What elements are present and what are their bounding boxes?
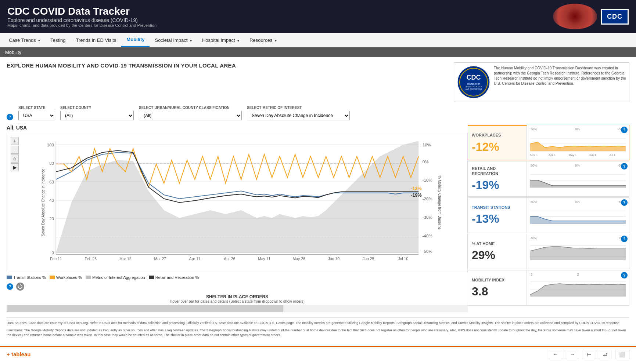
metric-row-athome: % AT HOME 29% ? 40%20% bbox=[468, 234, 629, 269]
legend-transit: Transit Stations % bbox=[7, 275, 46, 280]
svg-text:10%: 10% bbox=[423, 143, 431, 147]
chevron-down-icon-3: ▾ bbox=[237, 39, 239, 43]
mini-chart-athome-svg bbox=[529, 240, 627, 266]
svg-text:May 1: May 1 bbox=[569, 153, 577, 157]
athome-y-labels: 40%20% bbox=[529, 236, 627, 240]
header-branding: CDC COVID Data Tracker Explore and under… bbox=[7, 6, 157, 28]
metric-chart-mobility: ? 321 bbox=[527, 270, 629, 305]
legend-label-retail: Retail and Recreation % bbox=[155, 275, 199, 280]
metric-chart-retail: ? 50%0%-50% bbox=[527, 161, 629, 196]
legend-label-aggregation: Metric of Interest Aggregation bbox=[92, 275, 145, 280]
urban-selector-group: SELECT URBAN/RURAL COUNTY CLASSIFICATION… bbox=[139, 106, 242, 120]
metric-chart-athome: ? 40%20% bbox=[527, 234, 629, 269]
help-icon-athome[interactable]: ? bbox=[621, 236, 628, 242]
metric-value-workplaces: -12% bbox=[472, 140, 523, 154]
footer-forward-button[interactable]: → bbox=[566, 350, 579, 359]
help-icon-retail[interactable]: ? bbox=[621, 163, 628, 170]
state-select[interactable]: USA bbox=[18, 111, 55, 120]
svg-text:-30%: -30% bbox=[423, 215, 432, 219]
metric-card-workplaces: WORKPLACES -12% bbox=[468, 125, 527, 160]
tick-2: 2 bbox=[577, 273, 579, 276]
footer-back-button[interactable]: ← bbox=[549, 350, 562, 359]
urban-select[interactable]: (All) bbox=[139, 111, 242, 120]
nav-trends-ed[interactable]: Trends in ED Visits bbox=[71, 34, 122, 47]
expand-button[interactable]: ▶ bbox=[11, 163, 19, 171]
metric-card-transit: TRANSIT STATIONS -13% bbox=[468, 198, 527, 233]
metric-card-athome: % AT HOME 29% bbox=[468, 234, 527, 269]
retail-y-labels: 50%0%-50% bbox=[529, 164, 627, 167]
nav-mobility[interactable]: Mobility bbox=[121, 33, 150, 47]
svg-text:-19%: -19% bbox=[411, 193, 421, 198]
zoom-out-button[interactable]: − bbox=[11, 146, 19, 154]
svg-text:40: 40 bbox=[49, 198, 54, 203]
help-icon-mobility[interactable]: ? bbox=[621, 272, 628, 279]
metric-select[interactable]: Seven Day Absolute Change in Incidence bbox=[247, 111, 350, 120]
svg-text:DISEASE CONTROL: DISEASE CONTROL bbox=[465, 85, 482, 88]
shelter-title: SHELTER IN PLACE ORDERS bbox=[7, 294, 468, 299]
help-icon-transit[interactable]: ? bbox=[621, 199, 628, 206]
workplaces-y-ticks: 50% 0% -50% bbox=[529, 127, 627, 131]
legend-color-workplaces bbox=[50, 276, 55, 279]
footer-fullscreen-button[interactable]: ⬜ bbox=[615, 350, 629, 359]
metric-card-retail: RETAIL AND RECREATION -19% bbox=[468, 161, 527, 196]
svg-text:60: 60 bbox=[49, 180, 54, 184]
limitations-text: Limitations: The Google Mobility Reports… bbox=[7, 328, 629, 338]
svg-text:-40%: -40% bbox=[423, 234, 432, 238]
svg-text:20: 20 bbox=[49, 216, 54, 221]
metric-label-retail: RETAIL AND RECREATION bbox=[472, 166, 523, 176]
mini-chart-mobility-svg bbox=[529, 276, 627, 302]
page-footer: + tableau ← → ⊢ ⇄ ⬜ bbox=[0, 346, 636, 362]
nav-societal[interactable]: Societal Impact ▾ bbox=[150, 34, 197, 47]
transit-y-labels: 50%0%-50% bbox=[529, 200, 627, 204]
svg-text:-10%: -10% bbox=[423, 178, 432, 182]
county-select[interactable]: (All) bbox=[60, 111, 134, 120]
help-icon-main[interactable]: ? bbox=[7, 114, 13, 120]
y2-axis-label: % Mobility Change from Baseline bbox=[438, 175, 442, 229]
svg-text:100: 100 bbox=[47, 143, 54, 147]
navigation: Case Trends ▾ Testing Trends in ED Visit… bbox=[0, 33, 636, 47]
shelter-bar-fill bbox=[7, 305, 283, 312]
tick-0: 0% bbox=[575, 127, 580, 131]
tick-50: 50% bbox=[531, 127, 537, 131]
svg-text:Jun 10: Jun 10 bbox=[328, 257, 339, 261]
metric-row-retail: RETAIL AND RECREATION -19% ? 50%0%-50% bbox=[468, 161, 629, 197]
zoom-in-button[interactable]: + bbox=[11, 137, 19, 145]
metric-label-athome: % AT HOME bbox=[472, 241, 523, 246]
nav-testing[interactable]: Testing bbox=[45, 34, 71, 47]
svg-text:AND PREVENTION: AND PREVENTION bbox=[466, 88, 482, 90]
main-content: EXPLORE HUMAN MOBILITY AND COVID-19 TRAN… bbox=[0, 57, 636, 343]
footer-share-button[interactable]: ⇄ bbox=[599, 350, 611, 359]
metric-row-workplaces: WORKPLACES -12% ? 50% 0% -50% bbox=[468, 125, 629, 160]
chevron-down-icon-2: ▾ bbox=[190, 39, 192, 43]
nav-case-trends[interactable]: Case Trends ▾ bbox=[4, 34, 45, 47]
tableau-logo: + tableau bbox=[7, 351, 30, 357]
svg-text:80: 80 bbox=[49, 161, 54, 165]
breadcrumb: Mobility bbox=[0, 47, 636, 57]
virus-image bbox=[553, 4, 597, 29]
page-title: EXPLORE HUMAN MOBILITY AND COVID-19 TRAN… bbox=[7, 62, 236, 69]
refresh-icon[interactable] bbox=[16, 283, 24, 291]
svg-text:Apr 11: Apr 11 bbox=[189, 257, 201, 261]
page-header: CDC COVID Data Tracker Explore and under… bbox=[0, 0, 636, 33]
chevron-down-icon-4: ▾ bbox=[275, 39, 277, 43]
footer-home-button[interactable]: ⊢ bbox=[583, 350, 595, 359]
svg-text:-20%: -20% bbox=[423, 197, 432, 201]
help-icon-workplaces[interactable]: ? bbox=[621, 127, 628, 133]
nav-resources[interactable]: Resources ▾ bbox=[244, 34, 282, 47]
svg-text:Feb 26: Feb 26 bbox=[85, 257, 97, 261]
site-title: CDC COVID Data Tracker bbox=[7, 6, 157, 17]
county-selector-group: SELECT COUNTY (All) bbox=[60, 106, 134, 120]
metric-value-mobility: 3.8 bbox=[472, 285, 523, 298]
metric-value-transit: -13% bbox=[472, 212, 523, 226]
legend-color-retail bbox=[149, 276, 154, 279]
legend-label-workplaces: Workplaces % bbox=[56, 275, 82, 280]
legend-color-transit bbox=[7, 276, 12, 279]
metric-chart-transit: ? 50%0%-50% bbox=[527, 198, 629, 233]
reset-button[interactable]: ⌂ bbox=[11, 154, 19, 163]
metric-label-mobility: MOBILITY INDEX bbox=[472, 277, 523, 283]
nav-hospital[interactable]: Hospital Impact ▾ bbox=[197, 34, 244, 47]
site-subtitle: Explore and understand coronavirus disea… bbox=[7, 17, 157, 23]
content-area: All, USA + − ⌂ ▶ Seven Day Absolute Chan… bbox=[7, 125, 629, 312]
svg-text:0%: 0% bbox=[423, 160, 429, 164]
help-icon-chart[interactable]: ? bbox=[7, 283, 13, 290]
